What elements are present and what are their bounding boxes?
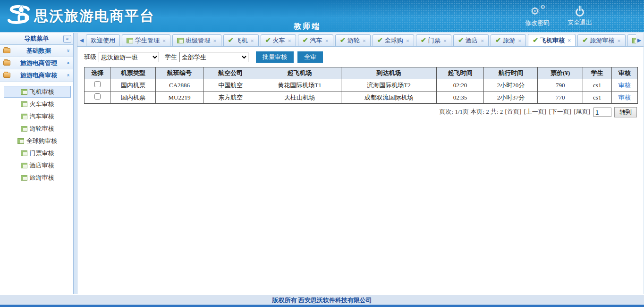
audit-link[interactable]: 审核	[619, 94, 631, 101]
sidebar-item-label: 游轮审核	[30, 124, 54, 133]
tab-class-management[interactable]: 班级管理×	[172, 34, 221, 46]
tab-global-shopping[interactable]: ✔全球购×	[373, 34, 414, 46]
sidebar-section-label: 旅游电商管理	[10, 59, 67, 67]
change-password-button[interactable]: ⚙ ⚙ 修改密码	[525, 5, 550, 27]
sidebar-item-car-audit[interactable]: 汽车审核	[4, 110, 71, 122]
page-number-input[interactable]	[593, 108, 611, 117]
tab-student-management[interactable]: 学生管理×	[122, 34, 170, 46]
sidebar-section-travel-ecom-management[interactable]: 旅游电商管理»	[0, 57, 73, 69]
grid-icon	[177, 38, 184, 43]
cell-arrive-airport: 成都双流国际机场	[341, 91, 437, 104]
sidebar-section-basic-data[interactable]: 基础数据»	[0, 45, 73, 57]
tab-train[interactable]: ✔火车×	[261, 34, 296, 46]
tab-label: 游轮	[347, 36, 360, 45]
folder-icon	[3, 73, 10, 78]
sidebar-collapse-button[interactable]: «	[63, 35, 71, 43]
sidebar-section-travel-ecom-audit[interactable]: 旅游电商审核«	[0, 69, 73, 82]
cell-duration: 2小时20分	[484, 79, 538, 91]
folder-icon	[3, 60, 10, 66]
sidebar-item-global-shopping-audit[interactable]: 全球购审核	[4, 135, 71, 147]
student-select[interactable]: 全部学生	[179, 52, 248, 62]
last-page-link[interactable]: [尾页]	[574, 108, 590, 115]
sidebar-title: 导航菜单	[25, 35, 49, 42]
tab-close-icon[interactable]: ×	[617, 38, 620, 44]
tab-label: 酒店	[466, 36, 478, 45]
filter-toolbar: 班级 思沃旅游一班 学生 全部学生 批量审核 全审	[77, 47, 644, 63]
power-icon	[575, 5, 585, 17]
cell-airline: 中国航空	[203, 79, 258, 91]
grid-icon	[21, 114, 27, 119]
logout-button[interactable]: 安全退出	[568, 5, 592, 27]
audit-link[interactable]: 审核	[619, 82, 631, 89]
tab-travel[interactable]: ✔旅游×	[491, 34, 526, 46]
tab-label: 门票	[428, 36, 441, 45]
batch-audit-button[interactable]: 批量审核	[256, 51, 294, 63]
cell-duration: 2小时37分	[484, 91, 538, 104]
tab-close-icon[interactable]: ×	[162, 38, 166, 44]
cell-audit: 审核	[611, 79, 638, 91]
sidebar-section-label: 旅游电商审核	[10, 71, 67, 80]
student-label: 学生	[165, 53, 177, 61]
sidebar-item-label: 门票审核	[30, 149, 54, 158]
app-header: 思沃旅游电商平台 教师端 ⚙ ⚙ 修改密码 安全退出	[0, 0, 644, 33]
cell-arrive-airport: 滨海国际机场T2	[341, 79, 437, 91]
tab-cruise[interactable]: ✔游轮×	[335, 34, 371, 46]
prev-page-link[interactable]: [上一页]	[524, 108, 546, 115]
tab-close-icon[interactable]: ×	[213, 38, 216, 44]
tab-close-icon[interactable]: ×	[481, 38, 484, 44]
sidebar-item-travel-audit[interactable]: 旅游审核	[4, 172, 71, 183]
tab-label: 欢迎使用	[91, 36, 115, 45]
tab-close-icon[interactable]: ×	[288, 38, 291, 44]
cell-airline: 东方航空	[203, 91, 258, 104]
next-page-link[interactable]: [下一页]	[549, 108, 571, 115]
tab-close-icon[interactable]: ×	[250, 38, 254, 44]
tab-travel-audit[interactable]: ✔旅游审核×	[577, 34, 625, 46]
tab-bar: ◀ 欢迎使用学生管理×班级管理×✔飞机×✔火车×✔汽车×✔游轮×✔全球购×✔门票…	[77, 33, 644, 47]
tab-close-icon[interactable]: ×	[518, 38, 521, 44]
tab-scroll-left-button[interactable]: ◀	[78, 37, 85, 46]
sidebar-item-flight-audit[interactable]: 飞机审核	[4, 86, 71, 98]
tab-flight[interactable]: ✔飞机×	[223, 34, 259, 46]
cell-depart-time: 02:35	[436, 91, 484, 104]
row-select-checkbox[interactable]	[94, 81, 101, 87]
tab-hotel[interactable]: ✔酒店×	[453, 34, 489, 46]
tab-close-icon[interactable]: ×	[568, 37, 571, 43]
tab-flight-audit[interactable]: ✔飞机审核×	[528, 34, 576, 46]
page-info: 页次: 1/1页 本页: 2 共: 2	[440, 108, 503, 115]
flight-audit-table: 选择机票类型航班编号航空公司起飞机场到达机场起飞时间航行时间票价(¥)学生审核 …	[84, 67, 638, 104]
column-header: 起飞机场	[258, 67, 341, 79]
tab-label: 飞机审核	[540, 36, 565, 45]
check-icon: ✔	[228, 37, 234, 44]
sidebar-item-hotel-audit[interactable]: 酒店审核	[4, 159, 71, 171]
tab-close-icon[interactable]: ×	[406, 38, 409, 44]
grid-icon	[21, 89, 27, 95]
sidebar-splitter[interactable]	[74, 33, 77, 294]
tab-close-icon[interactable]: ×	[443, 38, 447, 44]
column-header: 学生	[583, 67, 611, 79]
check-icon: ✔	[533, 37, 538, 44]
sidebar-item-label: 汽车审核	[30, 112, 54, 121]
tab-ticket[interactable]: ✔门票×	[416, 34, 451, 46]
column-header: 航行时间	[484, 67, 538, 79]
logo-icon	[7, 4, 31, 28]
tab-car[interactable]: ✔汽车×	[298, 34, 333, 46]
tab-close-icon[interactable]: ×	[325, 38, 329, 44]
sidebar-item-label: 酒店审核	[30, 161, 54, 170]
row-select-checkbox[interactable]	[94, 93, 101, 100]
tab-label: 全球购	[385, 36, 403, 45]
tab-close-icon[interactable]: ×	[363, 38, 366, 44]
tab-student-audit[interactable]: 学生审核×	[627, 34, 636, 46]
sidebar-item-cruise-audit[interactable]: 游轮审核	[4, 123, 71, 134]
sidebar-item-ticket-audit[interactable]: 门票审核	[4, 147, 71, 159]
goto-page-button[interactable]: 转到	[614, 107, 637, 117]
tab-welcome[interactable]: 欢迎使用	[86, 34, 120, 46]
tab-scroll-right-button[interactable]: ▶	[636, 37, 643, 46]
sidebar-item-train-audit[interactable]: 火车审核	[4, 98, 71, 110]
first-page-link[interactable]: [首页]	[505, 108, 522, 115]
column-header: 起飞时间	[436, 67, 484, 79]
check-icon: ✔	[377, 37, 383, 44]
class-select[interactable]: 思沃旅游一班	[99, 52, 159, 62]
sidebar-section-label: 基础数据	[10, 47, 67, 55]
sidebar-item-label: 飞机审核	[30, 88, 54, 96]
audit-all-button[interactable]: 全审	[297, 51, 323, 63]
